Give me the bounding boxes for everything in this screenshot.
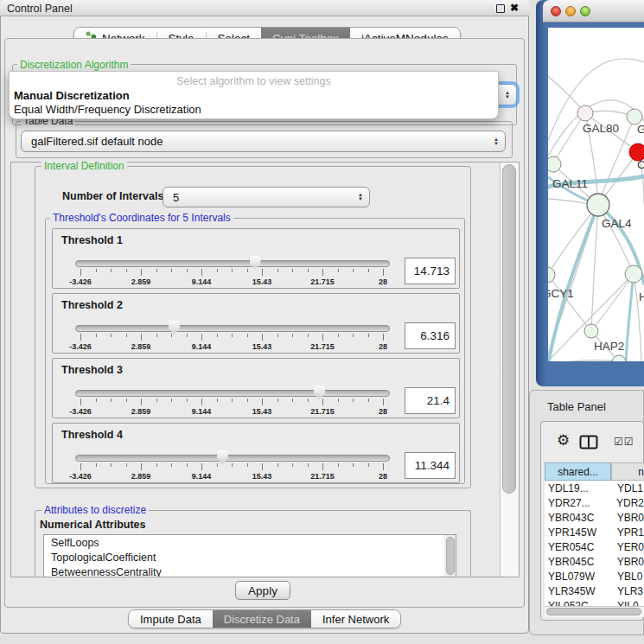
slider-thumb[interactable]: [217, 450, 228, 464]
list-item-topologicalcoefficient[interactable]: TopologicalCoefficient: [44, 550, 456, 564]
number-of-intervals-combobox[interactable]: 5 ▲▼: [163, 187, 370, 207]
slider-track[interactable]: [75, 390, 390, 397]
control-panel-titlebar: [0, 0, 529, 16]
cell[interactable]: YDR27...: [545, 497, 610, 509]
table-row[interactable]: YDR27...YDR2: [545, 495, 644, 510]
thresholds-group-title: Threshold's Coordinates for 5 Intervals: [50, 212, 233, 224]
gear-icon[interactable]: ⚙: [557, 431, 570, 450]
apply-button[interactable]: Apply: [235, 581, 290, 600]
cell[interactable]: YDL1: [611, 482, 643, 494]
close-traffic-light[interactable]: [551, 6, 561, 16]
window-title: Control Panel: [7, 3, 73, 15]
attributes-group-title: Attributes to discretize: [41, 504, 149, 516]
threshold-1-label: Threshold 1: [61, 234, 123, 246]
node-gcy1[interactable]: [548, 267, 555, 283]
discretization-algorithm-group-title: Discretization Algorithm: [17, 59, 131, 71]
cell[interactable]: YBR045C: [545, 556, 611, 568]
number-of-intervals-label: Number of Intervals: [62, 190, 163, 202]
threshold-2-value-field[interactable]: 6.316: [405, 322, 456, 349]
table-data-selected-value: galFiltered.sif default node: [31, 135, 163, 148]
threshold-4-panel: Threshold 4 -3.4262.8599.14415.4321.7152…: [52, 423, 460, 483]
table-row[interactable]: YBR043CYBR0: [545, 510, 644, 525]
network-canvas[interactable]: GAL80 GA C GAL11 GAL4 GCY1 H HAP2: [548, 28, 644, 361]
split-columns-icon[interactable]: [579, 435, 598, 453]
node-table-body: YDL19...YDL1 YDR27...YDR2 YBR043CYBR0 YP…: [545, 481, 644, 606]
cell[interactable]: YPR1: [611, 526, 644, 539]
threshold-2-slider[interactable]: -3.4262.8599.14415.4321.71528: [75, 319, 388, 354]
table-row[interactable]: YIL052CYIL0: [545, 598, 644, 606]
threshold-3-slider[interactable]: -3.4262.8599.14415.4321.71528: [75, 384, 388, 418]
node-right-mid[interactable]: [625, 265, 642, 283]
float-window-icon[interactable]: [496, 4, 505, 13]
slider-track[interactable]: [75, 455, 390, 462]
list-item-betweennesscentrality[interactable]: BetweennessCentrality: [44, 564, 456, 577]
threshold-1-slider[interactable]: -3.4262.8599.14415.4321.71528: [75, 254, 388, 289]
slider-thumb[interactable]: [169, 321, 180, 335]
checkbox-icons[interactable]: ☑☑: [614, 436, 634, 448]
cell[interactable]: YBR043C: [545, 512, 611, 524]
node-gal80[interactable]: [577, 105, 593, 121]
table-data-combobox[interactable]: galFiltered.sif default node ▲▼: [21, 131, 506, 152]
cell[interactable]: YLR3: [611, 585, 643, 597]
node-label-ga: GA: [637, 123, 644, 136]
column-header-shared[interactable]: shared...: [545, 462, 611, 481]
threshold-3-value-field[interactable]: 21.4: [405, 387, 456, 414]
cell[interactable]: YPR145W: [545, 526, 611, 539]
table-row[interactable]: YLR345WYLR3: [545, 583, 644, 598]
interval-definition-group-title: Interval Definition: [41, 160, 127, 172]
table-row[interactable]: YER054CYER0: [545, 539, 644, 554]
table-row[interactable]: YDL19...YDL1: [545, 481, 644, 495]
menu-item-equal-width-frequency[interactable]: Equal Width/Frequency Discretization: [14, 103, 201, 116]
close-icon[interactable]: ✖: [510, 2, 519, 14]
slider-thumb[interactable]: [250, 256, 261, 270]
node-gal4[interactable]: [587, 194, 609, 216]
slider-tick-labels: -3.4262.8599.14415.4321.71528: [75, 472, 388, 481]
stepper-icon: ▲▼: [494, 137, 499, 146]
tab-infer-network[interactable]: Infer Network: [311, 610, 400, 628]
cell[interactable]: YLR345W: [545, 585, 611, 597]
zoom-traffic-light[interactable]: [580, 6, 590, 16]
table-row[interactable]: YBR045CYBR0: [545, 554, 644, 569]
node-label-gcy1: GCY1: [548, 287, 574, 300]
threshold-4-slider[interactable]: -3.4262.8599.14415.4321.71528: [75, 449, 388, 483]
cell[interactable]: YBL0: [611, 571, 642, 583]
column-header-name[interactable]: na: [611, 462, 644, 481]
slider-thumb[interactable]: [314, 386, 325, 399]
table-panel-title: Table Panel: [547, 400, 606, 413]
threshold-4-value-field[interactable]: 11.344: [405, 452, 456, 479]
node-label-hap2: HAP2: [594, 340, 624, 353]
cell[interactable]: YIL0: [611, 600, 639, 607]
slider-track[interactable]: [75, 260, 390, 267]
node-label-c: C: [637, 158, 644, 171]
number-of-intervals-value: 5: [173, 191, 179, 204]
cell[interactable]: YER0: [611, 541, 644, 553]
node-hap2[interactable]: [584, 324, 598, 338]
cell[interactable]: YDL19...: [545, 482, 611, 494]
cell[interactable]: YBR0: [611, 556, 644, 568]
cell[interactable]: YER054C: [545, 541, 611, 553]
tab-discretize-data[interactable]: Discretize Data: [213, 610, 311, 628]
slider-ticks: [75, 269, 388, 277]
table-row[interactable]: YPR145WYPR1: [545, 525, 644, 539]
cyni-bottom-tabs: Impute Data Discretize Data Infer Networ…: [128, 609, 401, 628]
table-row[interactable]: YBL079WYBL0: [545, 569, 644, 583]
menu-item-manual-discretization[interactable]: Manual Discretization: [14, 89, 130, 102]
list-item-selfloops[interactable]: SelfLoops: [44, 535, 456, 550]
cell[interactable]: YDR2: [610, 497, 644, 509]
node-label-h: H: [639, 290, 644, 303]
list-scrollbar-thumb[interactable]: [446, 537, 455, 575]
cell[interactable]: YBR0: [611, 512, 644, 524]
tab-impute-data[interactable]: Impute Data: [129, 610, 213, 628]
vertical-scrollbar-thumb[interactable]: [502, 164, 516, 494]
cell[interactable]: YBL079W: [545, 571, 611, 583]
algorithm-dropdown-popup: Select algorithm to view settings Manual…: [9, 71, 499, 119]
slider-track[interactable]: [75, 325, 390, 332]
node-gal11[interactable]: [548, 156, 561, 172]
threshold-1-value-field[interactable]: 14.713: [405, 258, 456, 284]
slider-ticks: [75, 399, 388, 406]
minimize-traffic-light[interactable]: [565, 6, 576, 16]
threshold-4-label: Threshold 4: [61, 429, 123, 441]
horizontal-scrollbar-thumb[interactable]: [546, 608, 641, 615]
numerical-attributes-list: SelfLoops TopologicalCoefficient Between…: [43, 534, 456, 577]
cell[interactable]: YIL052C: [545, 600, 611, 607]
